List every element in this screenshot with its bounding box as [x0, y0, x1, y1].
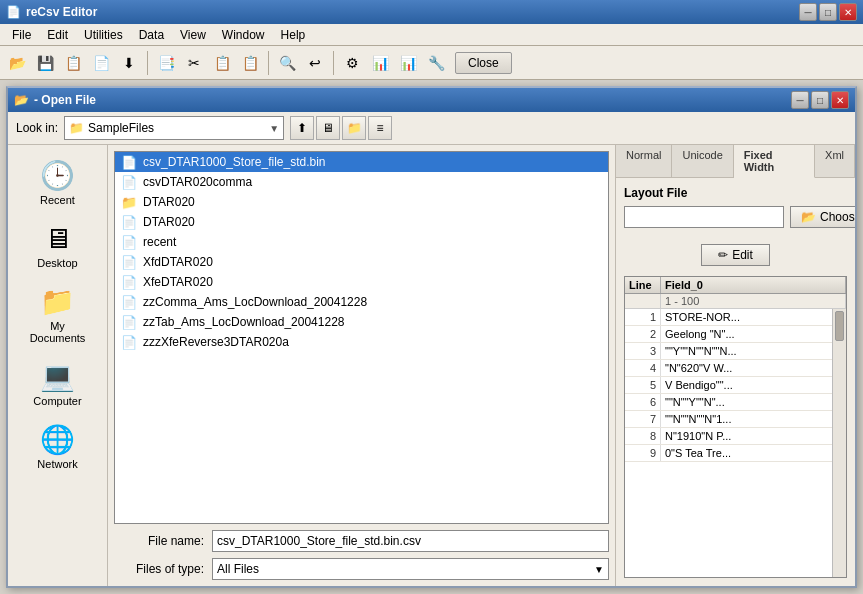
file-icon: 📄: [121, 255, 137, 270]
file-icon: 📄: [121, 235, 137, 250]
computer-icon: 💻: [40, 360, 75, 393]
toolbar-btn4[interactable]: 📄: [88, 50, 114, 76]
file-name: DTAR020: [143, 195, 195, 209]
list-item[interactable]: 📄DTAR020: [115, 212, 608, 232]
toolbar-open[interactable]: 📂: [4, 50, 30, 76]
new-folder-button[interactable]: 📁: [342, 116, 366, 140]
tab-normal[interactable]: Normal: [616, 145, 672, 177]
sidebar-item-desktop[interactable]: 🖥 Desktop: [14, 216, 102, 275]
tab-xml[interactable]: Xml: [815, 145, 855, 177]
list-item[interactable]: 📄zzTab_Ams_LocDownload_20041228: [115, 312, 608, 332]
menu-bar: File Edit Utilities Data View Window Hel…: [0, 24, 863, 46]
toolbar-copy[interactable]: 📑: [153, 50, 179, 76]
edit-button[interactable]: ✏ Edit: [701, 244, 770, 266]
grid-body[interactable]: 1STORE-NOR...2Geelong "N"...3""Y""N""N""…: [625, 309, 846, 577]
file-name: recent: [143, 235, 176, 249]
edit-label: Edit: [732, 248, 753, 262]
dialog-minimize[interactable]: ─: [791, 91, 809, 109]
menu-file[interactable]: File: [4, 26, 39, 44]
dialog-close[interactable]: ✕: [831, 91, 849, 109]
maximize-button[interactable]: □: [819, 3, 837, 21]
title-bar: 📄 reCsv Editor ─ □ ✕: [0, 0, 863, 24]
sidebar-item-recent[interactable]: 🕒 Recent: [14, 153, 102, 212]
file-list-area: 📄csv_DTAR1000_Store_file_std.bin📄csvDTAR…: [108, 145, 615, 586]
toolbar-paste[interactable]: 📋: [209, 50, 235, 76]
list-item[interactable]: 📁DTAR020: [115, 192, 608, 212]
sidebar-item-computer[interactable]: 💻 Computer: [14, 354, 102, 413]
file-list[interactable]: 📄csv_DTAR1000_Store_file_std.bin📄csvDTAR…: [114, 151, 609, 524]
sidebar-item-mydocs[interactable]: 📁 My Documents: [14, 279, 102, 350]
layout-file-input[interactable]: [624, 206, 784, 228]
filetype-arrow-icon: ▼: [594, 564, 604, 575]
cell-value: "N"620"V W...: [661, 360, 846, 376]
toolbar-btn10[interactable]: 🔍: [274, 50, 300, 76]
minimize-button[interactable]: ─: [799, 3, 817, 21]
list-item[interactable]: 📄XfdDTAR020: [115, 252, 608, 272]
table-row[interactable]: 3""Y""N""N""N...: [625, 343, 846, 360]
toolbar-btn5[interactable]: ⬇: [116, 50, 142, 76]
right-panel-body: Layout File 📂 Choose File ✏ Edit: [616, 178, 855, 586]
toolbar-save[interactable]: 💾: [32, 50, 58, 76]
list-item[interactable]: 📄zzzXfeReverse3DTAR020a: [115, 332, 608, 352]
scrollbar-thumb[interactable]: [835, 311, 844, 341]
table-row[interactable]: 5V Bendigo""...: [625, 377, 846, 394]
dialog-body: 🕒 Recent 🖥 Desktop 📁 My Documents 💻 Comp…: [8, 145, 855, 586]
table-row[interactable]: 4"N"620"V W...: [625, 360, 846, 377]
network-icon: 🌐: [40, 423, 75, 456]
toolbar-btn15[interactable]: 🔧: [423, 50, 449, 76]
toolbar-btn11[interactable]: ↩: [302, 50, 328, 76]
grid-scrollbar[interactable]: [832, 309, 846, 577]
list-item[interactable]: 📄zzComma_Ams_LocDownload_20041228: [115, 292, 608, 312]
sidebar-label-recent: Recent: [40, 194, 75, 206]
choose-file-icon: 📂: [801, 210, 816, 224]
toolbar-btn9[interactable]: 📋: [237, 50, 263, 76]
view-toggle-button[interactable]: ≡: [368, 116, 392, 140]
table-row[interactable]: 7""N""N""N"1...: [625, 411, 846, 428]
menu-utilities[interactable]: Utilities: [76, 26, 131, 44]
menu-window[interactable]: Window: [214, 26, 273, 44]
list-item[interactable]: 📄recent: [115, 232, 608, 252]
table-row[interactable]: 6""N""Y""N"...: [625, 394, 846, 411]
table-row[interactable]: 90"S Tea Tre...: [625, 445, 846, 462]
list-item[interactable]: 📄csv_DTAR1000_Store_file_std.bin: [115, 152, 608, 172]
tab-unicode[interactable]: Unicode: [672, 145, 733, 177]
tab-fixed-width[interactable]: Fixed Width: [734, 145, 815, 178]
desktop-button[interactable]: 🖥: [316, 116, 340, 140]
menu-data[interactable]: Data: [131, 26, 172, 44]
cell-line: 8: [625, 428, 661, 444]
file-icon: 📄: [121, 315, 137, 330]
close-button[interactable]: ✕: [839, 3, 857, 21]
layout-file-row: 📂 Choose File: [624, 206, 847, 228]
cell-line: 9: [625, 445, 661, 461]
mydocs-icon: 📁: [40, 285, 75, 318]
filetype-row: Files of type: All Files ▼: [114, 558, 609, 580]
dialog-maximize[interactable]: □: [811, 91, 829, 109]
toolbar-close-button[interactable]: Close: [455, 52, 512, 74]
menu-edit[interactable]: Edit: [39, 26, 76, 44]
table-row[interactable]: 1STORE-NOR...: [625, 309, 846, 326]
sidebar-label-network: Network: [37, 458, 77, 470]
table-row[interactable]: 2Geelong "N"...: [625, 326, 846, 343]
toolbar-btn13[interactable]: 📊: [367, 50, 393, 76]
filetype-select[interactable]: All Files ▼: [212, 558, 609, 580]
filename-input[interactable]: [212, 530, 609, 552]
sidebar-item-network[interactable]: 🌐 Network: [14, 417, 102, 476]
table-row[interactable]: 8N"1910"N P...: [625, 428, 846, 445]
file-name: DTAR020: [143, 215, 195, 229]
menu-view[interactable]: View: [172, 26, 214, 44]
toolbar-btn14[interactable]: 📊: [395, 50, 421, 76]
choose-file-button[interactable]: 📂 Choose File: [790, 206, 855, 228]
file-icon: 📄: [121, 175, 137, 190]
list-item[interactable]: 📄XfeDTAR020: [115, 272, 608, 292]
recent-icon: 🕒: [40, 159, 75, 192]
sidebar-label-mydocs: My Documents: [22, 320, 94, 344]
menu-help[interactable]: Help: [273, 26, 314, 44]
go-up-button[interactable]: ⬆: [290, 116, 314, 140]
toolbar-btn3[interactable]: 📋: [60, 50, 86, 76]
look-in-dropdown[interactable]: 📁 SampleFiles ▼: [64, 116, 284, 140]
filename-label: File name:: [114, 534, 204, 548]
toolbar-btn12[interactable]: ⚙: [339, 50, 365, 76]
list-item[interactable]: 📄csvDTAR020comma: [115, 172, 608, 192]
toolbar: 📂 💾 📋 📄 ⬇ 📑 ✂ 📋 📋 🔍 ↩ ⚙ 📊 📊 🔧 Close: [0, 46, 863, 80]
toolbar-cut[interactable]: ✂: [181, 50, 207, 76]
